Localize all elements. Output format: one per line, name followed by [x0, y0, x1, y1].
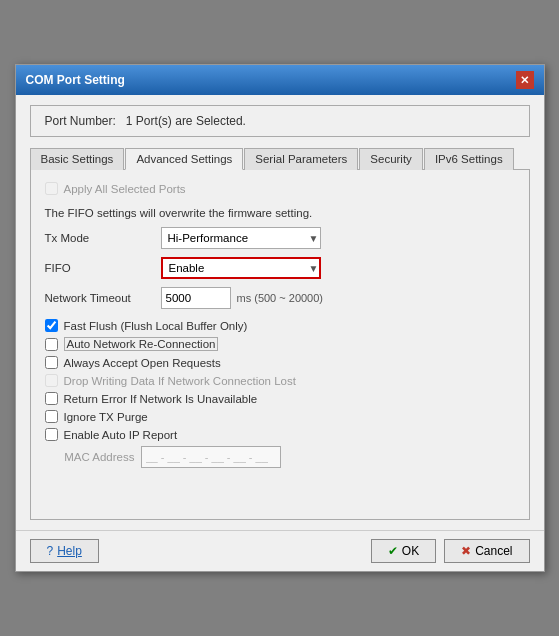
tx-mode-select[interactable]: Hi-Performance Normal — [161, 227, 321, 249]
network-timeout-label: Network Timeout — [45, 292, 155, 304]
port-number-value: 1 Port(s) are Selected. — [126, 114, 246, 128]
fifo-dropdown-wrapper: Enable Disable ▼ — [161, 257, 321, 279]
network-timeout-hint: ms (500 ~ 20000) — [237, 292, 324, 304]
ok-label: OK — [402, 544, 419, 558]
tab-advanced[interactable]: Advanced Settings — [125, 148, 243, 170]
apply-all-row: Apply All Selected Ports — [45, 182, 515, 195]
check-enable-auto-ip-row: Enable Auto IP Report — [45, 428, 515, 441]
port-info-box: Port Number: 1 Port(s) are Selected. — [30, 105, 530, 137]
return-error-label: Return Error If Network Is Unavailable — [64, 393, 258, 405]
fifo-row: FIFO Enable Disable ▼ — [45, 257, 515, 279]
close-button[interactable]: ✕ — [516, 71, 534, 89]
enable-auto-ip-checkbox[interactable] — [45, 428, 58, 441]
ignore-tx-label: Ignore TX Purge — [64, 411, 148, 423]
tx-mode-label: Tx Mode — [45, 232, 155, 244]
help-label: Help — [57, 544, 82, 558]
check-always-accept-row: Always Accept Open Requests — [45, 356, 515, 369]
dialog-content: Port Number: 1 Port(s) are Selected. Bas… — [16, 95, 544, 530]
network-timeout-input[interactable] — [161, 287, 231, 309]
tab-bar: Basic Settings Advanced Settings Serial … — [30, 147, 530, 170]
ok-button[interactable]: ✔ OK — [371, 539, 436, 563]
port-number-label: Port Number: — [45, 114, 116, 128]
check-auto-network-row: Auto Network Re-Connection — [45, 337, 515, 351]
fifo-select[interactable]: Enable Disable — [161, 257, 321, 279]
fast-flush-checkbox[interactable] — [45, 319, 58, 332]
ok-icon: ✔ — [388, 544, 398, 558]
mac-address-label: MAC Address — [45, 451, 135, 463]
mac-address-row: MAC Address — [45, 446, 515, 468]
bottom-bar: ? Help ✔ OK ✖ Cancel — [16, 530, 544, 571]
main-window: COM Port Setting ✕ Port Number: 1 Port(s… — [15, 64, 545, 572]
tab-content-advanced: Apply All Selected Ports The FIFO settin… — [30, 170, 530, 520]
tab-serial[interactable]: Serial Parameters — [244, 148, 358, 170]
drop-writing-checkbox[interactable] — [45, 374, 58, 387]
check-return-error-row: Return Error If Network Is Unavailable — [45, 392, 515, 405]
fifo-notice: The FIFO settings will overwrite the fir… — [45, 205, 515, 221]
tx-mode-dropdown-wrapper: Hi-Performance Normal ▼ — [161, 227, 321, 249]
drop-writing-label: Drop Writing Data If Network Connection … — [64, 375, 296, 387]
apply-all-label: Apply All Selected Ports — [64, 183, 186, 195]
cancel-label: Cancel — [475, 544, 512, 558]
fast-flush-label: Fast Flush (Flush Local Buffer Only) — [64, 320, 248, 332]
apply-all-checkbox[interactable] — [45, 182, 58, 195]
help-button[interactable]: ? Help — [30, 539, 99, 563]
check-drop-writing-row: Drop Writing Data If Network Connection … — [45, 374, 515, 387]
cancel-button[interactable]: ✖ Cancel — [444, 539, 529, 563]
mac-address-input[interactable] — [141, 446, 281, 468]
always-accept-checkbox[interactable] — [45, 356, 58, 369]
auto-network-label: Auto Network Re-Connection — [64, 337, 219, 351]
fifo-label: FIFO — [45, 262, 155, 274]
tab-ipv6[interactable]: IPv6 Settings — [424, 148, 514, 170]
title-bar: COM Port Setting ✕ — [16, 65, 544, 95]
check-ignore-tx-row: Ignore TX Purge — [45, 410, 515, 423]
ignore-tx-checkbox[interactable] — [45, 410, 58, 423]
cancel-icon: ✖ — [461, 544, 471, 558]
window-title: COM Port Setting — [26, 73, 125, 87]
return-error-checkbox[interactable] — [45, 392, 58, 405]
tab-basic[interactable]: Basic Settings — [30, 148, 125, 170]
help-icon: ? — [47, 544, 54, 558]
auto-network-checkbox[interactable] — [45, 338, 58, 351]
enable-auto-ip-label: Enable Auto IP Report — [64, 429, 178, 441]
tab-security[interactable]: Security — [359, 148, 423, 170]
check-fast-flush-row: Fast Flush (Flush Local Buffer Only) — [45, 319, 515, 332]
always-accept-label: Always Accept Open Requests — [64, 357, 221, 369]
network-timeout-row: Network Timeout ms (500 ~ 20000) — [45, 287, 515, 309]
tx-mode-row: Tx Mode Hi-Performance Normal ▼ — [45, 227, 515, 249]
